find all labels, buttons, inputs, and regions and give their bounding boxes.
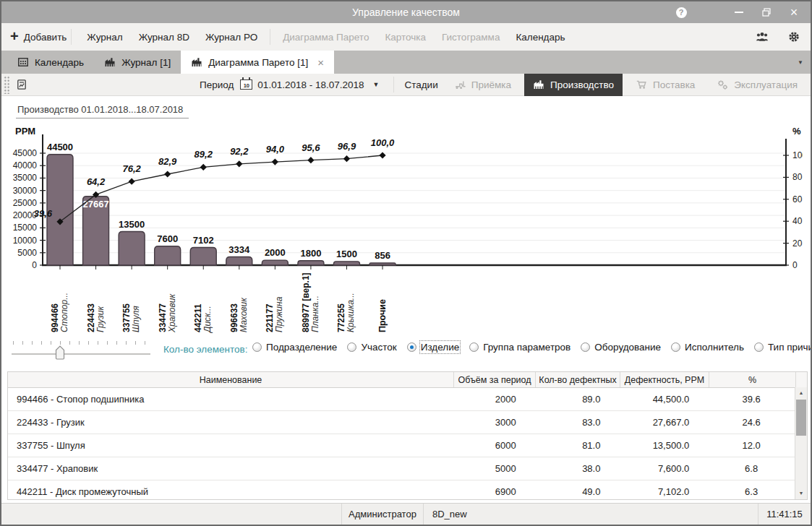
table-cell: 6.3 [708,480,795,499]
table-row[interactable]: 224433 - Грузик300083.027,667.024.6 [8,411,795,434]
svg-text:7102: 7102 [193,235,214,246]
table-row[interactable]: 337755 - Шпуля600081.013,500.012.0 [8,434,795,457]
svg-text:2000: 2000 [265,247,286,258]
scroll-down-icon[interactable]: ▼ [795,488,807,499]
grouping-radio-1[interactable]: Участок [347,342,396,353]
toolbar-item-0[interactable]: Журнал [87,32,122,43]
scrollbar-thumb[interactable] [796,400,806,436]
toolbar-item-2[interactable]: Журнал РО [205,32,257,43]
table-cell: 5000 [453,457,535,480]
column-header-3[interactable]: Дефектность, PPM [620,372,709,387]
close-button[interactable]: × [780,1,808,23]
add-button[interactable]: + Добавить [10,30,67,43]
svg-text:44500: 44500 [47,142,73,152]
table-row[interactable]: 442211 - Диск промежуточный690049.07,102… [8,480,795,499]
period-date-picker[interactable]: 10 01.01.2018 - 18.07.2018 [240,79,364,90]
tab-label: Журнал [1] [121,57,171,68]
tab-list-caret-icon[interactable]: ▼ [798,51,803,74]
toolbar-menu: ЖурналЖурнал 8DЖурнал РОДиаграмма Парето… [79,29,573,45]
pareto-bar-5[interactable] [226,257,252,265]
help-button[interactable]: ? [667,1,695,23]
column-header-0[interactable]: Наименование [8,372,454,387]
status-user: Администратор [342,509,423,519]
svg-text:856: 856 [375,250,390,261]
toolbar-item-4: Карточка [385,32,426,43]
grouping-radio-0[interactable]: Подразделение [252,342,337,353]
stage-button-label: Эксплуатация [734,79,798,90]
radio-circle-icon [581,342,590,352]
stage-button-1[interactable]: Производство [524,74,623,96]
grouping-radio-6[interactable]: Тип причины [754,342,812,353]
svg-text:25000: 25000 [13,198,38,208]
pareto-bar-8[interactable] [333,262,359,265]
table-cell: 337755 - Шпуля [8,434,453,457]
users-icon[interactable] [756,30,769,43]
svg-text:994466: 994466 [50,303,60,332]
svg-text:13500: 13500 [119,219,145,230]
maximize-button[interactable] [753,1,780,23]
tab-0[interactable]: Календарь [7,51,94,74]
element-count-slider[interactable] [12,340,150,361]
tab-close-icon[interactable]: × [317,57,324,68]
table-cell: 49.0 [535,480,620,499]
period-value: 01.01.2018 - 18.07.2018 [257,79,364,90]
column-header-1[interactable]: Объём за период [454,372,536,387]
svg-text:221177: 221177 [265,303,275,332]
svg-text:PPM: PPM [15,126,35,137]
slider-ticks [13,341,148,345]
radio-circle-icon [407,342,416,352]
toolbar-item-6[interactable]: Календарь [516,32,565,43]
pareto-bar-6[interactable] [262,260,288,265]
radio-label: Группа параметров [483,342,570,353]
table-cell: 24.6 [708,411,795,434]
stage-button-label: Производство [550,79,614,90]
details-table: НаименованиеОбъём за периодКол-во дефект… [7,371,808,500]
toolbar-item-1[interactable]: Журнал 8D [139,32,189,43]
svg-text:10000: 10000 [13,236,38,246]
radio-label: Оборудование [594,342,661,353]
stage-button-0: Приёмка [445,74,520,96]
axis-ticks [40,153,789,265]
tab-2[interactable]: Диаграмма Парето [1]× [181,51,334,74]
toolbar-item-5: Гистограмма [442,32,500,43]
report-button[interactable] [12,75,31,94]
settings-gear-icon[interactable] [787,30,800,43]
grouping-radio-4[interactable]: Оборудование [581,342,661,353]
column-header-2[interactable]: Кол-во дефектных [536,372,620,387]
table-cell: 7,600.0 [619,457,708,480]
table-header: НаименованиеОбъём за периодКол-во дефект… [8,372,807,388]
minimize-button[interactable] [725,1,753,23]
table-cell: 7,102.0 [619,480,708,499]
table-cell: 44,500.0 [619,388,708,410]
grouping-radio-5[interactable]: Исполнитель [671,342,744,353]
svg-text:89,2: 89,2 [195,149,213,160]
grouping-radio-3[interactable]: Группа параметров [469,342,570,353]
table-row[interactable]: 334477 - Храповик500038.07,600.06.8 [8,457,795,480]
pareto-bar-3[interactable] [155,246,181,265]
period-caret-icon[interactable]: ▼ [373,81,380,88]
title-bar: Управление качеством ? × [1,1,811,23]
pareto-bar-7[interactable] [298,261,324,265]
table-row[interactable]: 994466 - Стопор подшипника200089.044,500… [8,388,795,411]
add-button-label: Добавить [24,32,67,43]
pareto-bar-9[interactable] [369,263,396,265]
slider-thumb[interactable] [55,345,65,363]
table-scrollbar[interactable]: ▲ ▼ [795,387,807,499]
pareto-bar-2[interactable] [119,232,145,266]
pareto-bar-4[interactable] [190,248,216,265]
tab-1[interactable]: Журнал [1] [94,51,181,74]
stage-button-3: Эксплуатация [708,74,806,96]
drag-handle[interactable] [3,75,9,94]
table-cell: 39.6 [708,388,795,410]
svg-text:27667: 27667 [82,199,108,210]
svg-text:Грузик: Грузик [95,305,106,332]
column-header-4[interactable]: % [709,372,796,387]
scroll-up-icon[interactable]: ▲ [795,387,807,398]
svg-text:76,2: 76,2 [122,163,141,174]
calendar-icon: 10 [240,79,252,90]
radio-label: Подразделение [266,342,337,353]
grouping-radio-2[interactable]: Изделие [407,342,459,353]
slider-track[interactable] [12,353,150,355]
table-cell: 89.0 [535,388,620,410]
svg-text:442211: 442211 [193,303,203,332]
